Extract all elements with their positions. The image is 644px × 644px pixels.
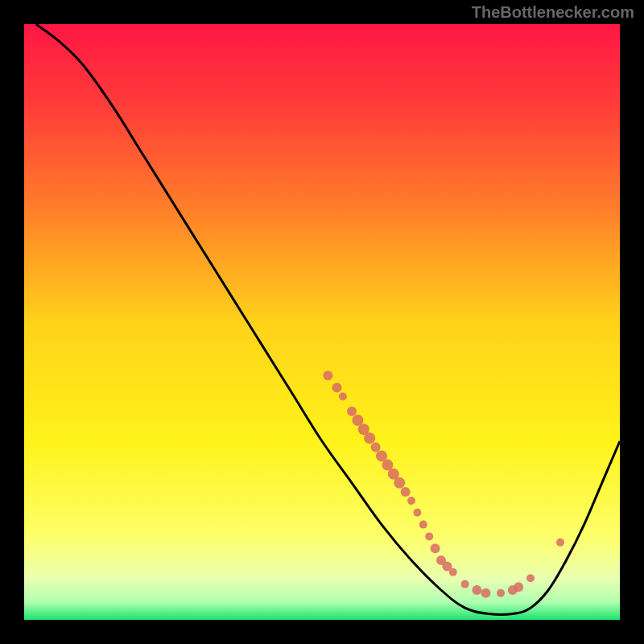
scatter-dot	[481, 588, 491, 598]
scatter-dot	[419, 521, 427, 529]
scatter-dot	[425, 532, 433, 540]
scatter-dot	[472, 585, 481, 595]
scatter-dot	[364, 432, 375, 444]
scatter-dot	[332, 382, 342, 392]
scatter-dot	[514, 582, 523, 592]
scatter-dot	[323, 371, 332, 381]
plot-area	[24, 24, 620, 620]
scatter-dot	[497, 589, 505, 597]
scatter-dot	[526, 574, 535, 582]
scatter-dot	[556, 539, 564, 547]
scatter-dot	[339, 393, 347, 401]
scatter-dot	[461, 580, 469, 588]
scatter-dot	[413, 509, 421, 517]
scatter-dot	[449, 568, 457, 576]
scatter-dot	[347, 407, 357, 416]
scatter-dot	[431, 543, 440, 553]
scatter-dots	[323, 371, 564, 598]
scatter-dot	[371, 442, 381, 452]
chart-svg	[24, 24, 620, 620]
scatter-dot	[394, 477, 405, 489]
bottleneck-curve	[36, 24, 620, 615]
watermark-text: TheBottlenecker.com	[472, 3, 634, 22]
scatter-dot	[407, 497, 415, 505]
scatter-dot	[401, 487, 411, 497]
